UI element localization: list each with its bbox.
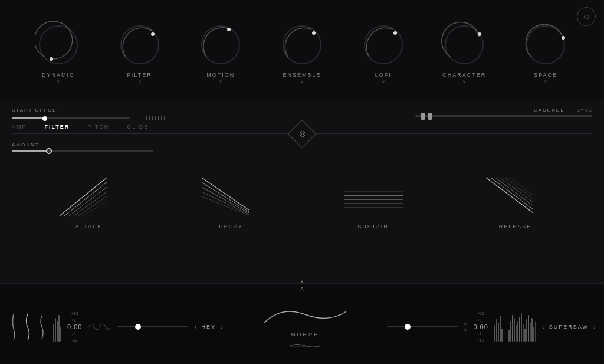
svg-line-24 xyxy=(202,196,249,215)
start-offset-block: START OFFSET xyxy=(12,107,130,119)
decay-label: DECAY xyxy=(219,224,242,229)
chevron-character: ∨ xyxy=(462,79,466,84)
prev-arrow-right[interactable]: ‹ xyxy=(542,323,544,331)
slider-dot xyxy=(161,116,162,120)
knob-character[interactable] xyxy=(441,21,488,68)
value-right: 0.00 xyxy=(473,323,488,330)
tabs-line-wrapper: AMP FILTER PITCH GLIDE ⛓ xyxy=(12,124,592,134)
adsr-attack: ATTACK xyxy=(54,172,124,229)
waveform-preview-left xyxy=(8,311,47,343)
morph-label: MORPH xyxy=(291,332,320,337)
preset-nav-left: ‹ HEY › xyxy=(194,323,223,331)
scale-marks-right: +12 +1 xyxy=(477,311,484,322)
morph-down-arrow[interactable]: ∨ xyxy=(464,327,467,333)
wave-shape-3 xyxy=(37,311,47,343)
bottom-center: MORPH xyxy=(231,284,379,364)
chevron-dynamic: ∨ xyxy=(57,79,60,84)
svg-line-20 xyxy=(202,178,249,210)
morph-icon xyxy=(287,340,323,352)
chevron-motion: ∨ xyxy=(219,79,222,84)
tab-filter[interactable]: FILTER xyxy=(45,124,70,130)
svg-point-8 xyxy=(365,26,402,64)
svg-point-3 xyxy=(151,32,155,36)
svg-line-35 xyxy=(510,178,533,195)
top-knob-section: ☺ DYNAMIC ∨ FILTER ∨ xyxy=(0,0,604,100)
release-visual xyxy=(480,172,551,219)
knob-label-dynamic: DYNAMIC xyxy=(42,72,75,78)
adsr-release: RELEASE xyxy=(480,172,551,229)
svg-line-34 xyxy=(505,178,533,199)
svg-line-19 xyxy=(83,201,107,216)
decay-visual xyxy=(196,172,267,219)
svg-point-12 xyxy=(527,26,564,64)
sustain-visual xyxy=(338,172,409,219)
cascade-header: CASCADE SYNC xyxy=(534,107,592,113)
knob-label-motion: MOTION xyxy=(206,72,235,78)
slider-dot xyxy=(152,116,153,120)
next-arrow-right[interactable]: › xyxy=(593,323,596,331)
attack-visual xyxy=(54,172,124,219)
next-arrow-left[interactable]: › xyxy=(221,323,223,331)
level-meter-left xyxy=(53,312,61,342)
attack-label: ATTACK xyxy=(75,224,102,229)
knob-space[interactable] xyxy=(522,21,569,68)
preset-nav-right: ‹ SUPERSAW › xyxy=(542,323,596,331)
knob-item-space: SPACE ∨ xyxy=(522,21,569,84)
controls-row: START OFFSET CASCADE SYNC xyxy=(12,107,592,119)
adsr-decay: DECAY xyxy=(196,172,267,229)
chevron-lofi: ∨ xyxy=(382,79,385,84)
knob-lofi[interactable] xyxy=(360,21,407,68)
chevron-space: ∨ xyxy=(544,79,547,84)
morph-slider-right[interactable] xyxy=(387,326,458,327)
scale-marks-left-bottom: -1 -12 xyxy=(72,332,78,342)
amount-slider[interactable] xyxy=(12,150,153,152)
prev-arrow-left[interactable]: ‹ xyxy=(194,323,196,331)
cascade-thumb-right xyxy=(428,113,432,120)
adsr-sustain: SUSTAIN xyxy=(338,172,409,229)
link-button[interactable]: ⛓ xyxy=(292,124,312,144)
start-offset-label: START OFFSET xyxy=(12,107,130,113)
knob-label-lofi: LOFI xyxy=(375,72,392,78)
tab-pitch[interactable]: PITCH xyxy=(87,124,109,130)
value-left: 0.00 xyxy=(67,323,82,330)
svg-line-23 xyxy=(202,192,249,214)
logo-icon[interactable]: ☺ xyxy=(577,7,596,26)
bottom-section: ∧ ∧ xyxy=(0,283,604,364)
knob-label-character: CHARACTER xyxy=(442,72,486,78)
morph-wave-display xyxy=(258,303,352,329)
bottom-left: +12 +1 0.00 -1 -12 ‹ HEY › xyxy=(0,284,231,364)
svg-line-30 xyxy=(486,178,533,213)
start-offset-slider[interactable] xyxy=(12,117,130,119)
slider-dot xyxy=(158,116,159,120)
bottom-right: ∧ ∨ +12 +1 0.00 -1 -12 xyxy=(379,284,604,364)
svg-line-31 xyxy=(491,178,533,209)
svg-point-7 xyxy=(312,31,316,35)
knob-label-ensemble: ENSEMBLE xyxy=(283,72,321,78)
knob-ensemble[interactable] xyxy=(278,21,326,68)
preset-name-right: SUPERSAW xyxy=(549,324,589,330)
cascade-slider[interactable] xyxy=(415,115,592,117)
adsr-row: ATTACK DECAY SUSTAIN xyxy=(12,159,592,229)
slider-dot xyxy=(164,116,165,120)
scale-marks-right-bottom: -1 -12 xyxy=(478,332,484,342)
knob-item-filter: FILTER ∨ xyxy=(116,21,163,84)
cascade-sync-block: CASCADE SYNC xyxy=(415,107,592,117)
svg-line-18 xyxy=(78,196,107,216)
knob-motion[interactable] xyxy=(197,21,244,68)
preset-name-left: HEY xyxy=(201,324,216,330)
svg-point-6 xyxy=(283,26,321,64)
svg-point-1 xyxy=(50,57,53,61)
knob-item-dynamic: DYNAMIC ∨ xyxy=(35,21,82,84)
cascade-label: CASCADE xyxy=(534,107,565,113)
svg-point-4 xyxy=(202,26,239,64)
knob-filter[interactable] xyxy=(116,21,163,68)
morph-slider-left[interactable] xyxy=(117,326,188,327)
sustain-label: SUSTAIN xyxy=(357,224,388,229)
tab-amp[interactable]: AMP xyxy=(12,124,27,130)
tab-glide[interactable]: GLIDE xyxy=(127,124,149,130)
knob-dynamic[interactable] xyxy=(35,21,82,68)
link-icon: ⛓ xyxy=(299,130,306,137)
morph-up-arrow[interactable]: ∧ xyxy=(464,321,467,326)
cascade-thumb-left xyxy=(421,113,425,120)
svg-line-32 xyxy=(495,178,533,206)
